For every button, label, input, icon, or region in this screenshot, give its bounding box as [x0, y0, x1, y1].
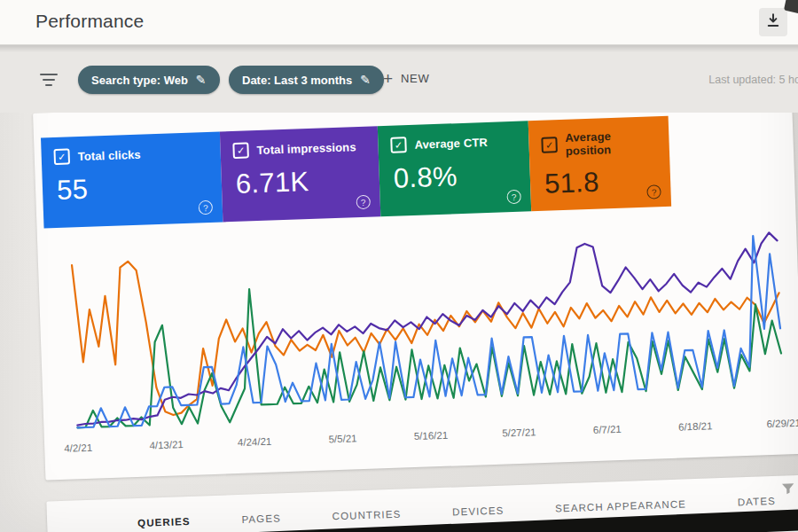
export-button[interactable] [759, 8, 787, 36]
checkbox-total-impressions[interactable]: ✓ [232, 142, 249, 159]
last-updated-text: Last updated: 5 hour [708, 74, 798, 86]
card-label: Total clicks [77, 147, 141, 162]
new-filter-button[interactable]: + NEW [383, 70, 430, 87]
card-value: 6.71K [235, 164, 367, 200]
x-tick-label: 5/16/21 [414, 430, 449, 442]
help-icon[interactable]: ? [199, 200, 214, 215]
x-tick-label: 6/29/21 [766, 418, 798, 429]
download-icon [765, 12, 781, 32]
metric-card-total-clicks[interactable]: ✓ Total clicks 55 ? [41, 132, 223, 229]
search-type-chip-label: Search type: Web [91, 74, 188, 87]
series-total-impressions [72, 232, 783, 426]
header: Performance [0, 0, 798, 45]
tab-dates[interactable]: DATES [738, 496, 776, 507]
main-content: ✓ Total clicks 55 ? ✓ Total impressions … [0, 87, 798, 532]
metric-card-average-position[interactable]: ✓ Average position 51.8 ? [528, 116, 671, 211]
x-tick-label: 4/2/21 [64, 442, 92, 454]
x-tick-label: 5/5/21 [328, 433, 356, 444]
help-icon[interactable]: ? [646, 184, 661, 200]
help-icon[interactable]: ? [506, 190, 521, 205]
checkbox-average-position[interactable]: ✓ [541, 137, 558, 153]
tab-queries[interactable]: QUERIES [137, 516, 191, 528]
funnel-filter-icon[interactable] [781, 482, 795, 499]
help-icon[interactable]: ? [356, 195, 371, 210]
metric-card-total-impressions[interactable]: ✓ Total impressions 6.71K ? [220, 126, 380, 222]
card-label: Average CTR [414, 135, 488, 151]
filter-bar: Search type: Web ✎ Date: Last 3 months ✎… [0, 52, 798, 113]
tab-pages[interactable]: PAGES [241, 512, 281, 525]
tab-countries[interactable]: COUNTRIES [332, 509, 401, 522]
x-tick-label: 5/27/21 [502, 426, 536, 438]
edit-icon[interactable]: ✎ [196, 74, 207, 86]
screen: Performance Search type: Web ✎ Date: Las… [0, 0, 798, 532]
date-range-chip-label: Date: Last 3 months [242, 74, 352, 87]
metric-cards: ✓ Total clicks 55 ? ✓ Total impressions … [41, 112, 795, 229]
chart-canvas [50, 222, 790, 435]
search-type-chip[interactable]: Search type: Web ✎ [78, 66, 220, 94]
performance-panel: ✓ Total clicks 55 ? ✓ Total impressions … [33, 87, 798, 481]
tab-devices[interactable]: DEVICES [452, 505, 505, 518]
plus-icon: + [383, 70, 394, 87]
checkbox-average-ctr[interactable]: ✓ [390, 137, 407, 153]
header-divider [0, 45, 798, 52]
filter-list-icon[interactable] [39, 72, 59, 91]
metric-card-average-ctr[interactable]: ✓ Average CTR 0.8% ? [378, 121, 531, 216]
checkbox-total-clicks[interactable]: ✓ [53, 148, 70, 165]
new-filter-label: NEW [401, 72, 430, 85]
card-value: 55 [56, 169, 209, 207]
tab-search-appearance[interactable]: SEARCH APPEARANCE [555, 498, 686, 513]
series-average-position [72, 239, 783, 419]
x-tick-label: 6/7/21 [593, 424, 622, 435]
page-title: Performance [35, 11, 144, 32]
x-tick-label: 4/24/21 [238, 436, 272, 448]
date-range-chip[interactable]: Date: Last 3 months ✎ [229, 66, 384, 94]
series-average-ctr [73, 270, 783, 427]
card-value: 0.8% [393, 159, 518, 195]
performance-chart: 4/2/21 4/13/21 4/24/21 5/5/21 5/16/21 5/… [50, 222, 791, 462]
series-total-clicks [72, 235, 783, 427]
card-value: 51.8 [544, 164, 659, 200]
x-tick-label: 6/18/21 [678, 420, 713, 432]
edit-icon[interactable]: ✎ [360, 74, 371, 86]
card-label: Average position [565, 128, 657, 158]
card-label: Total impressions [256, 140, 356, 157]
x-tick-label: 4/13/21 [149, 439, 184, 450]
